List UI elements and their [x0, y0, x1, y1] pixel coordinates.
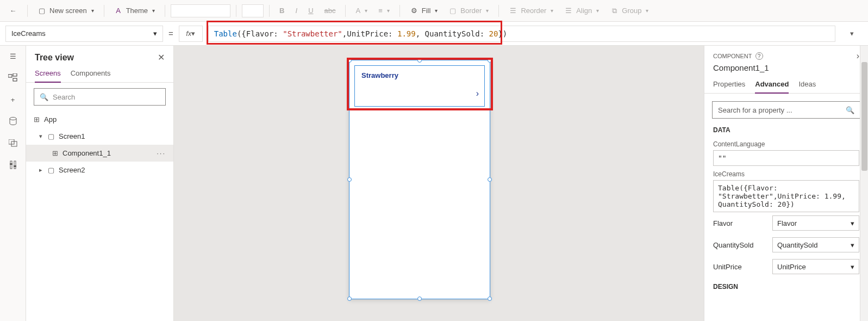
formula-text: Table({Flavor: "Strawbetter",UnitPrice: … — [209, 29, 507, 38]
underline-button[interactable]: U — [304, 4, 317, 17]
tree-label: Screen1 — [59, 132, 85, 140]
reorder-icon: ☰ — [509, 7, 517, 15]
font-picker[interactable] — [171, 4, 230, 17]
properties-panel: COMPONENT ? › Component1_1 Properties Ad… — [704, 46, 868, 321]
app-icon: ⊞ — [34, 115, 40, 124]
property-search-input[interactable]: Search for a property ... 🔍 — [712, 101, 860, 119]
tree-label: Component1_1 — [63, 149, 111, 157]
align-button[interactable]: ☰ Align▾ — [560, 4, 603, 17]
chevron-down-icon: ▾ — [851, 263, 854, 271]
svg-rect-9 — [14, 165, 16, 167]
svg-rect-1 — [13, 73, 17, 76]
theme-button[interactable]: A Theme ▾ — [110, 4, 159, 17]
tree-search-input[interactable]: 🔍 Search — [34, 88, 166, 106]
tab-ideas[interactable]: Ideas — [798, 77, 816, 93]
chevron-right-icon[interactable]: › — [476, 89, 479, 98]
section-design: DESIGN — [704, 281, 868, 293]
prop-select-quantitysold[interactable]: QuantitySold▾ — [772, 237, 859, 252]
prop-select-unitprice[interactable]: UnitPrice▾ — [772, 259, 859, 274]
gallery-item-title: Strawberry — [361, 71, 398, 79]
prop-name-quantitysold: QuantitySold — [713, 241, 753, 249]
italic-button[interactable]: I — [291, 4, 302, 17]
border-label: Border — [460, 7, 482, 15]
formula-bar: IceCreams ▾ = fx▾ Table({Flavor: "Strawb… — [0, 22, 868, 46]
top-toolbar: ← ▢ New screen ▾ A Theme ▾ B I U abc A▾ … — [0, 0, 868, 22]
prop-name-icecreams: IceCreams — [713, 168, 859, 180]
media-icon[interactable] — [8, 138, 18, 148]
more-icon[interactable]: ··· — [157, 149, 166, 157]
chevron-down-icon[interactable]: ▾ — [38, 133, 43, 140]
font-size-input[interactable] — [242, 4, 264, 17]
component-name: Component1_1 — [704, 63, 868, 77]
fill-icon: ⚙ — [410, 7, 419, 15]
search-icon: 🔍 — [846, 106, 854, 114]
close-icon[interactable]: ✕ — [158, 52, 165, 63]
new-screen-label: New screen — [49, 7, 87, 15]
panel-section-label: COMPONENT — [713, 53, 752, 59]
data-icon[interactable] — [8, 116, 18, 126]
insert-icon[interactable]: + — [8, 95, 18, 104]
prop-value-contentlanguage[interactable]: "" — [713, 150, 859, 166]
align-icon: ☰ — [564, 7, 573, 15]
tree-view-panel: Tree view ✕ Screens Components 🔍 Search … — [26, 46, 174, 321]
tools-icon[interactable] — [8, 160, 18, 170]
design-canvas[interactable]: Strawberry › — [174, 46, 704, 321]
tab-screens[interactable]: Screens — [35, 66, 61, 83]
border-button[interactable]: ▢ Border ▾ — [444, 4, 493, 17]
left-nav: ☰ + — [0, 46, 26, 321]
tab-properties[interactable]: Properties — [713, 77, 745, 93]
font-color-button[interactable]: A▾ — [351, 4, 372, 17]
chevron-right-icon[interactable]: ▸ — [38, 166, 43, 174]
chevron-right-icon[interactable]: › — [857, 51, 859, 61]
group-icon: ⧉ — [610, 7, 619, 15]
search-icon: 🔍 — [40, 93, 48, 101]
fill-label: Fill — [422, 7, 431, 15]
strike-button[interactable]: abc — [320, 4, 340, 17]
prop-select-flavor[interactable]: Flavor▾ — [772, 215, 859, 231]
border-icon: ▢ — [448, 7, 457, 15]
tab-components[interactable]: Components — [71, 66, 111, 82]
group-button[interactable]: ⧉ Group▾ — [605, 4, 653, 17]
property-selector[interactable]: IceCreams ▾ — [5, 26, 163, 42]
prop-value-icecreams[interactable]: Table({Flavor: "Strawbetter",UnitPrice: … — [713, 180, 859, 212]
new-screen-button[interactable]: ▢ New screen ▾ — [33, 4, 98, 17]
chevron-down-icon: ▾ — [91, 8, 94, 14]
help-icon[interactable]: ? — [755, 52, 763, 60]
expand-formula-button[interactable]: ▾ — [841, 26, 863, 42]
bold-button[interactable]: B — [275, 4, 289, 17]
svg-rect-2 — [13, 78, 17, 81]
chevron-down-icon: ▾ — [152, 8, 155, 14]
tree-label: Screen2 — [59, 166, 85, 174]
reorder-button[interactable]: ☰ Reorder▾ — [504, 4, 558, 17]
tree-view-title: Tree view — [35, 53, 74, 63]
svg-rect-7 — [14, 161, 16, 169]
scrollbar-thumb[interactable] — [861, 62, 867, 171]
fill-button[interactable]: ⚙ Fill ▾ — [405, 4, 442, 17]
prop-name-contentlanguage: ContentLanguage — [713, 138, 859, 150]
tree-item-screen1[interactable]: ▾ ▢ Screen1 — [26, 128, 173, 145]
prop-name-unitprice: UnitPrice — [713, 263, 742, 271]
back-button[interactable]: ← — [4, 4, 22, 17]
fx-button[interactable]: fx▾ — [179, 26, 203, 42]
chevron-down-icon: ▾ — [851, 241, 854, 249]
search-placeholder: Search — [53, 93, 75, 101]
screen-icon: ▢ — [48, 166, 54, 174]
scrollbar[interactable] — [860, 46, 868, 321]
theme-label: Theme — [126, 7, 148, 15]
tab-advanced[interactable]: Advanced — [755, 77, 789, 94]
prop-name-flavor: Flavor — [713, 219, 733, 227]
text-align-button[interactable]: ≡▾ — [374, 4, 394, 17]
section-data: DATA — [704, 124, 868, 136]
tree-view-icon[interactable] — [8, 73, 18, 83]
property-name: IceCreams — [11, 29, 46, 38]
gallery-item[interactable]: Strawberry › — [354, 65, 485, 107]
tree-item-screen2[interactable]: ▸ ▢ Screen2 — [26, 162, 173, 178]
search-placeholder: Search for a property ... — [718, 106, 792, 114]
formula-input[interactable]: Table({Flavor: "Strawbetter",UnitPrice: … — [208, 26, 835, 42]
hamburger-icon[interactable]: ☰ — [8, 51, 18, 61]
tree-label: App — [44, 115, 57, 124]
screen-preview[interactable]: Strawberry › — [349, 60, 490, 299]
tree-item-component[interactable]: ⊞ Component1_1 ··· — [26, 145, 173, 162]
tree-item-app[interactable]: ⊞ App — [26, 111, 173, 128]
equals-sign: = — [168, 29, 173, 38]
